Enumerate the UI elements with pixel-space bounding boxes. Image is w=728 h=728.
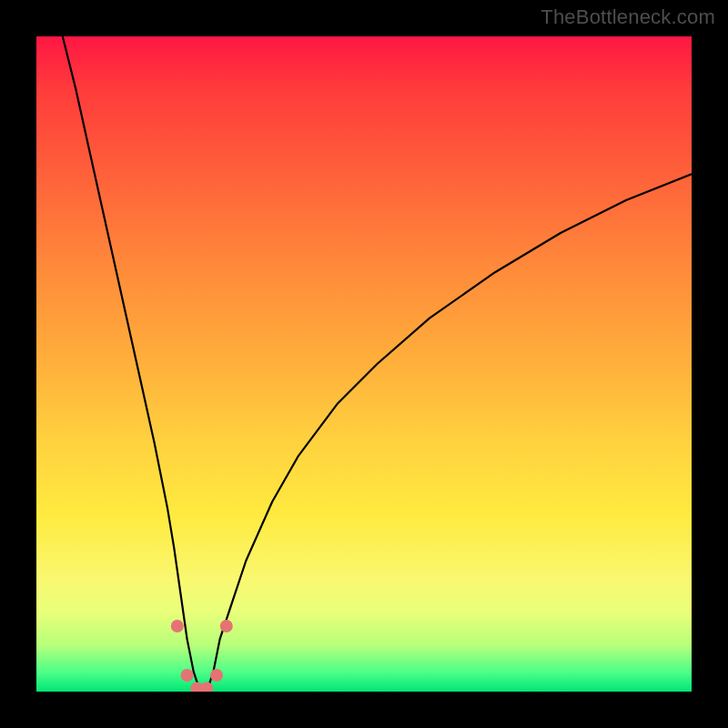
chart-frame: TheBottleneck.com	[0, 0, 728, 728]
watermark-text: TheBottleneck.com	[541, 5, 715, 29]
plot-area	[36, 36, 692, 692]
curve-path	[63, 36, 692, 692]
curve-marker	[181, 669, 194, 682]
curve-marker	[171, 620, 184, 632]
curve-marker	[210, 669, 223, 682]
curve-marker	[220, 620, 233, 632]
curve-markers	[171, 620, 233, 692]
curve-marker	[200, 682, 213, 692]
bottleneck-curve	[36, 36, 692, 692]
